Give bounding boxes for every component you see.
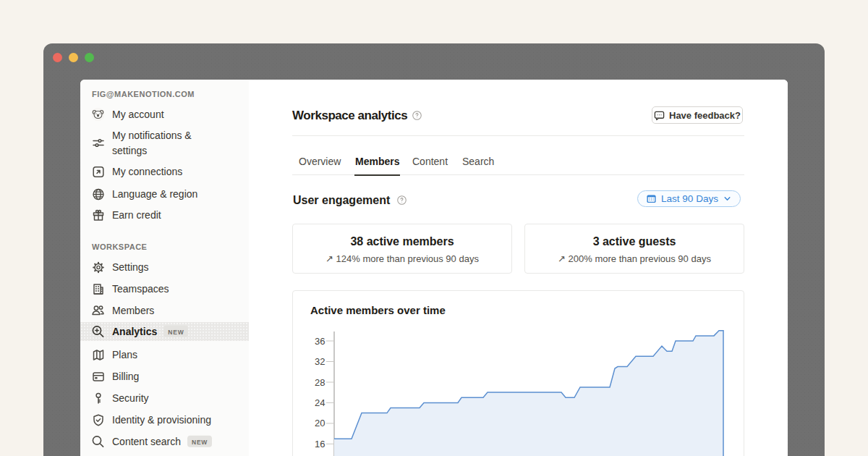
svg-text:36: 36 bbox=[315, 336, 325, 347]
svg-text:20: 20 bbox=[315, 418, 325, 428]
svg-text:16: 16 bbox=[315, 439, 325, 449]
svg-text:28: 28 bbox=[315, 377, 325, 388]
svg-text:32: 32 bbox=[315, 356, 325, 367]
svg-text:24: 24 bbox=[315, 397, 325, 408]
